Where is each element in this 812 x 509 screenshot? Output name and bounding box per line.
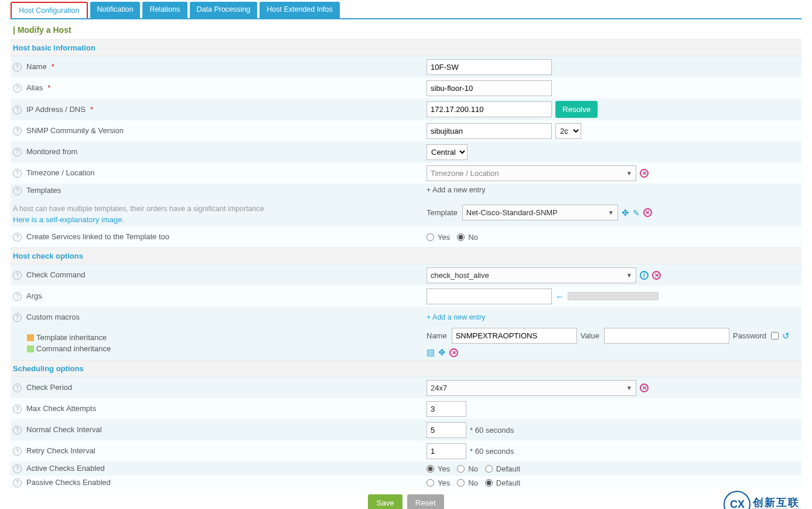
remove-icon[interactable]: ✕: [449, 348, 458, 357]
name-input[interactable]: [427, 59, 552, 75]
reset-button[interactable]: Reset: [407, 494, 444, 509]
section-sched: Scheduling options: [11, 360, 801, 377]
label-check-cmd: Check Command: [26, 270, 85, 279]
label-check-period: Check Period: [26, 383, 72, 392]
active-checks-radio[interactable]: Yes No Default: [427, 464, 801, 473]
label-args: Args: [26, 291, 42, 300]
macro-pwd-label: Password: [733, 331, 766, 340]
label-snmp: SNMP Community & Version: [26, 126, 124, 135]
tabs-bar: Host Configuration Notification Relation…: [11, 2, 801, 19]
add-entry-templates[interactable]: + Add a new entry: [427, 186, 485, 194]
help-icon[interactable]: ?: [13, 106, 22, 114]
help-icon[interactable]: ?: [13, 63, 22, 72]
label-alias: Alias: [26, 83, 43, 92]
label-ip: IP Address / DNS: [26, 105, 86, 114]
normal-int-input[interactable]: [427, 422, 466, 438]
monitored-select[interactable]: Central: [427, 144, 468, 160]
templates-help-link[interactable]: Here is a self-explanatory image.: [13, 215, 427, 224]
move-icon[interactable]: ✥: [622, 208, 629, 218]
check-period-combobox[interactable]: 24x7▼: [427, 380, 636, 396]
macro-value-label: Value: [581, 331, 599, 340]
help-icon[interactable]: ?: [13, 405, 22, 413]
tab-data-processing[interactable]: Data Processing: [190, 2, 258, 18]
help-icon[interactable]: ?: [13, 447, 22, 456]
label-timezone: Timezone / Location: [26, 168, 95, 177]
macro-name-label: Name: [427, 331, 447, 340]
section-check: Host check options: [11, 247, 801, 264]
chevron-down-icon: ▼: [626, 385, 632, 391]
tab-notification[interactable]: Notification: [90, 2, 141, 18]
label-monitored: Monitored from: [26, 147, 77, 156]
check-cmd-combobox[interactable]: check_host_alive▼: [427, 267, 636, 283]
brand-logo: CX 创新互联 CHUANG XIN HU LIAN: [724, 491, 801, 509]
tab-host-extended[interactable]: Host Extended Infos: [260, 2, 340, 18]
macro-value-input[interactable]: [604, 328, 729, 344]
resolve-button[interactable]: Resolve: [555, 101, 598, 118]
passive-checks-radio[interactable]: Yes No Default: [427, 479, 801, 487]
label-create-svc: Create Services linked to the Template t…: [26, 232, 169, 241]
snmp-version-select[interactable]: 2c: [555, 123, 581, 139]
help-icon[interactable]: ?: [13, 426, 22, 435]
help-icon[interactable]: ?: [13, 464, 22, 473]
help-icon[interactable]: ?: [13, 233, 22, 242]
template-label: Template: [427, 208, 458, 217]
help-icon[interactable]: ?: [13, 186, 22, 195]
sec60: * 60 seconds: [470, 426, 514, 435]
add-entry-macro[interactable]: + Add a new entry: [427, 313, 485, 321]
help-icon[interactable]: ?: [13, 292, 22, 301]
remove-icon[interactable]: ✕: [652, 271, 661, 280]
label-normal-int: Normal Check Interval: [26, 425, 102, 434]
section-basic: Host basic information: [11, 39, 801, 56]
help-icon[interactable]: ?: [13, 271, 22, 280]
edit-icon[interactable]: ✎: [633, 208, 640, 218]
template-select[interactable]: Net-Cisco-Standard-SNMP▼: [462, 205, 618, 220]
arrow-left-icon[interactable]: ←: [555, 291, 564, 301]
chevron-down-icon: ▼: [626, 272, 632, 279]
move-icon[interactable]: ✥: [438, 347, 446, 358]
label-max-attempts: Max Check Attempts: [26, 404, 96, 413]
ip-input[interactable]: [427, 101, 552, 117]
macro-pwd-checkbox[interactable]: [771, 332, 779, 340]
tab-relations[interactable]: Relations: [142, 2, 187, 18]
alias-input[interactable]: [427, 80, 552, 96]
help-icon[interactable]: ?: [13, 127, 22, 135]
templates-subtext: A host can have multiple templates, thei…: [13, 205, 427, 213]
remove-icon[interactable]: ✕: [640, 384, 649, 392]
page-title: | Modify a Host: [11, 19, 801, 39]
label-name: Name: [26, 62, 47, 71]
help-icon[interactable]: ?: [13, 313, 22, 322]
chevron-down-icon: ▼: [608, 209, 614, 216]
chevron-down-icon: ▼: [626, 170, 632, 177]
snmp-community-input[interactable]: [427, 123, 552, 139]
help-icon[interactable]: ?: [13, 169, 22, 178]
remove-icon[interactable]: ✕: [640, 169, 649, 178]
sec60: * 60 seconds: [470, 447, 514, 456]
macro-name-input[interactable]: [452, 328, 577, 344]
save-button[interactable]: Save: [368, 494, 402, 509]
legend-template: Template inheritance: [27, 333, 111, 342]
args-disabled: [568, 292, 659, 300]
label-passive: Passive Checks Enabled: [26, 478, 111, 487]
list-icon[interactable]: ▤: [427, 347, 435, 358]
create-svc-radio[interactable]: Yes No: [427, 233, 801, 242]
help-icon[interactable]: ?: [13, 479, 22, 487]
label-retry-int: Retry Check Interval: [26, 446, 95, 455]
help-icon[interactable]: ?: [13, 148, 22, 157]
args-input[interactable]: [427, 289, 552, 304]
timezone-combobox[interactable]: Timezone / Location▼: [427, 165, 636, 181]
help-icon[interactable]: ?: [13, 84, 22, 93]
label-custom-macros: Custom macros: [26, 313, 80, 321]
label-templates: Templates: [26, 186, 61, 195]
remove-icon[interactable]: ✕: [643, 208, 652, 217]
tab-host-configuration[interactable]: Host Configuration: [11, 2, 88, 18]
legend-command: Command inheritance: [27, 344, 111, 353]
undo-icon[interactable]: ↺: [782, 331, 790, 341]
help-icon[interactable]: ?: [13, 384, 22, 392]
info-icon[interactable]: i: [640, 271, 649, 280]
label-active: Active Checks Enabled: [26, 464, 105, 473]
max-attempts-input[interactable]: [427, 401, 466, 417]
retry-int-input[interactable]: [427, 443, 466, 459]
